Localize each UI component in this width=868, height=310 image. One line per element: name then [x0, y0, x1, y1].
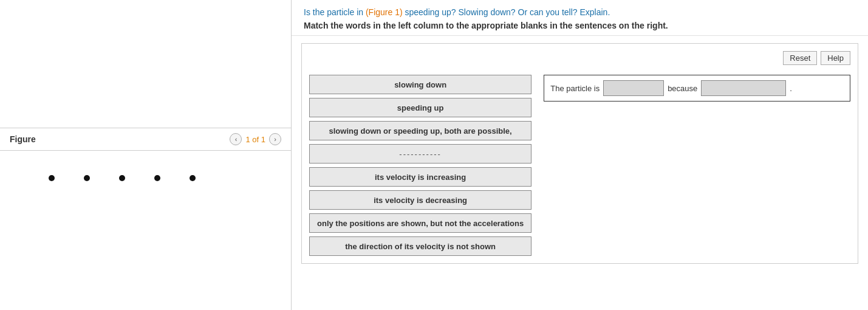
- left-column: slowing down speeding up slowing down or…: [309, 75, 531, 256]
- dots-container: [0, 151, 291, 205]
- figure-counter: 1 of 1: [245, 135, 265, 144]
- drag-item-speeding-up[interactable]: speeding up: [309, 98, 531, 117]
- help-button[interactable]: Help: [821, 51, 850, 65]
- drop-box-1[interactable]: [603, 80, 664, 96]
- drag-item-slowing-down[interactable]: slowing down: [309, 75, 531, 94]
- matching-columns: slowing down speeding up slowing down or…: [309, 75, 850, 256]
- dot-4: [154, 175, 160, 181]
- question-text: Is the particle in (Figure 1) speeding u…: [304, 7, 856, 17]
- drag-item-direction-velocity[interactable]: the direction of its velocity is not sho…: [309, 236, 531, 256]
- dot-2: [84, 175, 90, 181]
- reset-button[interactable]: Reset: [783, 51, 817, 65]
- dot-3: [119, 175, 125, 181]
- right-panel: Is the particle in (Figure 1) speeding u…: [292, 0, 868, 310]
- figure-nav: ‹ 1 of 1 ›: [230, 133, 281, 145]
- left-panel: Figure ‹ 1 of 1 ›: [0, 0, 292, 310]
- drag-item-positions-shown[interactable]: only the positions are shown, but not th…: [309, 213, 531, 233]
- figure-link[interactable]: (Figure 1): [366, 7, 403, 17]
- drag-item-velocity-decreasing[interactable]: its velocity is decreasing: [309, 190, 531, 210]
- prev-arrow[interactable]: ‹: [230, 133, 242, 145]
- figure-header: Figure ‹ 1 of 1 ›: [0, 128, 291, 151]
- drop-box-2[interactable]: [701, 80, 786, 96]
- question-header: Is the particle in (Figure 1) speeding u…: [292, 0, 868, 36]
- drag-item-velocity-increasing[interactable]: its velocity is increasing: [309, 167, 531, 187]
- sentence-suffix: .: [790, 84, 792, 93]
- toolbar: Reset Help: [309, 51, 850, 65]
- dot-1: [49, 175, 55, 181]
- dot-5: [190, 175, 196, 181]
- drag-item-dashes[interactable]: -----------: [309, 144, 531, 164]
- instruction-text: Match the words in the left column to th…: [304, 21, 856, 30]
- drag-item-slowing-or-speeding[interactable]: slowing down or speeding up, both are po…: [309, 121, 531, 140]
- right-column: The particle is because .: [544, 75, 850, 102]
- matching-area: Reset Help slowing down speeding up slow…: [301, 43, 858, 264]
- figure-title: Figure: [10, 134, 36, 144]
- sentence-row: The particle is because .: [544, 75, 850, 102]
- next-arrow[interactable]: ›: [269, 133, 281, 145]
- sentence-prefix: The particle is: [550, 84, 600, 93]
- sentence-conjunction: because: [668, 84, 697, 93]
